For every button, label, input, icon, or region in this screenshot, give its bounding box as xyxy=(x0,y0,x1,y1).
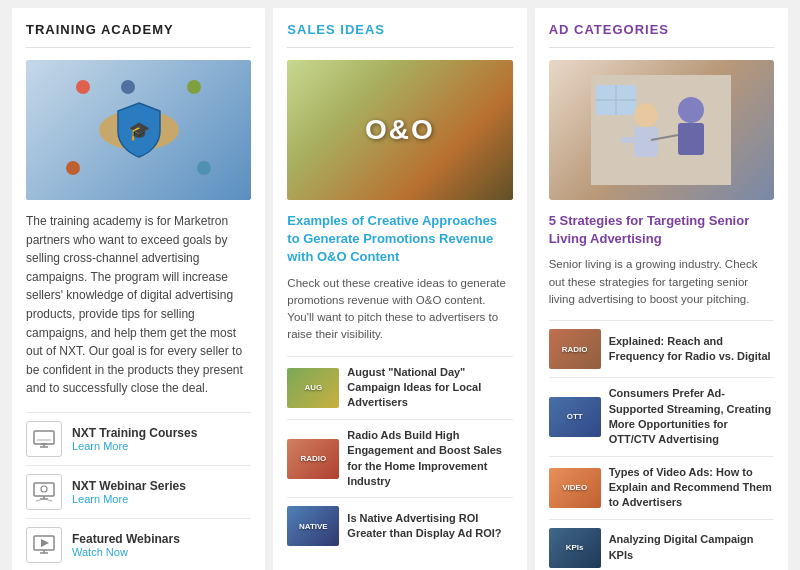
video-title: Types of Video Ads: How to Explain and R… xyxy=(609,465,774,511)
svg-marker-13 xyxy=(41,539,49,547)
kpis-thumb-label: KPIs xyxy=(566,543,584,552)
nxt-webinar-title: NXT Webinar Series xyxy=(72,479,186,493)
aug-thumb-label: AUG xyxy=(304,383,322,392)
aug-title: August "National Day" Campaign Ideas for… xyxy=(347,365,512,411)
svg-point-23 xyxy=(678,97,704,123)
consumers-thumb-label: OTT xyxy=(567,412,583,421)
svg-rect-21 xyxy=(634,127,658,157)
featured-webinars-subtitle: Watch Now xyxy=(72,546,180,558)
ad-hero-inner xyxy=(549,60,774,200)
training-title: TRAINING ACADEMY xyxy=(26,22,251,48)
consumers-title: Consumers Prefer Ad-Supported Streaming,… xyxy=(609,386,774,448)
mini-article-aug[interactable]: AUG August "National Day" Campaign Ideas… xyxy=(287,356,512,419)
nxt-webinar-text: NXT Webinar Series Learn More xyxy=(72,479,186,505)
ad-article-desc: Senior living is a growing industry. Che… xyxy=(549,256,774,308)
svg-rect-6 xyxy=(34,483,54,496)
featured-webinars-link[interactable]: Featured Webinars Watch Now xyxy=(26,518,251,570)
native-thumb-label: NATIVE xyxy=(299,522,328,531)
svg-line-10 xyxy=(36,499,43,501)
ad-article-title[interactable]: 5 Strategies for Targeting Senior Living… xyxy=(549,212,774,248)
person2 xyxy=(121,80,135,94)
radio-thumb-label: RADIO xyxy=(300,454,326,463)
shield-graduation-icon: 🎓 xyxy=(114,101,164,159)
training-description: The training academy is for Marketron pa… xyxy=(26,212,251,398)
nxt-webinar-link[interactable]: NXT Webinar Series Learn More xyxy=(26,465,251,518)
radio-thumb: RADIO xyxy=(287,439,339,479)
senior-care-illustration xyxy=(591,75,731,185)
monitor-icon xyxy=(26,421,62,457)
video-thumb: VIDEO xyxy=(549,468,601,508)
training-hero: 🎓 xyxy=(26,60,251,200)
sales-article-title[interactable]: Examples of Creative Approaches to Gener… xyxy=(287,212,512,267)
nxt-training-subtitle: Learn More xyxy=(72,440,197,452)
svg-text:🎓: 🎓 xyxy=(128,120,151,142)
mini-article-native[interactable]: NATIVE Is Native Advertising ROI Greater… xyxy=(287,497,512,554)
radio-title: Radio Ads Build High Engagement and Boos… xyxy=(347,428,512,490)
page-wrapper: TRAINING ACADEMY 🎓 xyxy=(0,0,800,570)
svg-rect-1 xyxy=(34,431,54,444)
mini-article-reach[interactable]: RADIO Explained: Reach and Frequency for… xyxy=(549,320,774,377)
video-thumb-label: VIDEO xyxy=(562,483,587,492)
consumers-thumb: OTT xyxy=(549,397,601,437)
training-column: TRAINING ACADEMY 🎓 xyxy=(12,8,265,570)
sales-column: SALES IDEAS O&O Examples of Creative App… xyxy=(273,8,526,570)
native-thumb: NATIVE xyxy=(287,506,339,546)
person3 xyxy=(187,80,201,94)
training-hero-inner: 🎓 xyxy=(26,60,251,200)
reach-thumb-label: RADIO xyxy=(562,345,588,354)
kpis-title: Analyzing Digital Campaign KPIs xyxy=(609,532,774,563)
sales-hero-inner: O&O xyxy=(287,60,512,200)
nxt-training-text: NXT Training Courses Learn More xyxy=(72,426,197,452)
ad-title: AD CATEGORIES xyxy=(549,22,774,48)
nxt-training-title: NXT Training Courses xyxy=(72,426,197,440)
ad-hero xyxy=(549,60,774,200)
featured-webinars-title: Featured Webinars xyxy=(72,532,180,546)
sales-article-desc: Check out these creative ideas to genera… xyxy=(287,275,512,344)
svg-point-7 xyxy=(41,486,47,492)
aug-thumb: AUG xyxy=(287,368,339,408)
mini-article-consumers[interactable]: OTT Consumers Prefer Ad-Supported Stream… xyxy=(549,377,774,456)
mini-article-video[interactable]: VIDEO Types of Video Ads: How to Explain… xyxy=(549,456,774,519)
oo-label: O&O xyxy=(365,114,435,146)
mini-article-radio[interactable]: RADIO Radio Ads Build High Engagement an… xyxy=(287,419,512,498)
nxt-webinar-subtitle: Learn More xyxy=(72,493,186,505)
svg-point-20 xyxy=(634,103,658,127)
svg-rect-22 xyxy=(621,137,634,143)
sales-title: SALES IDEAS xyxy=(287,22,512,48)
mini-article-kpis[interactable]: KPIs Analyzing Digital Campaign KPIs xyxy=(549,519,774,570)
svg-rect-24 xyxy=(678,123,704,155)
native-title: Is Native Advertising ROI Greater than D… xyxy=(347,511,512,542)
person4 xyxy=(66,161,80,175)
reach-thumb: RADIO xyxy=(549,329,601,369)
kpis-thumb: KPIs xyxy=(549,528,601,568)
webinar-icon xyxy=(26,474,62,510)
svg-line-11 xyxy=(45,499,52,501)
ad-column: AD CATEGORIES xyxy=(535,8,788,570)
nxt-training-link[interactable]: NXT Training Courses Learn More xyxy=(26,412,251,465)
play-icon xyxy=(26,527,62,563)
person1 xyxy=(76,80,90,94)
reach-title: Explained: Reach and Frequency for Radio… xyxy=(609,334,774,365)
featured-webinars-text: Featured Webinars Watch Now xyxy=(72,532,180,558)
sales-hero: O&O xyxy=(287,60,512,200)
person5 xyxy=(197,161,211,175)
